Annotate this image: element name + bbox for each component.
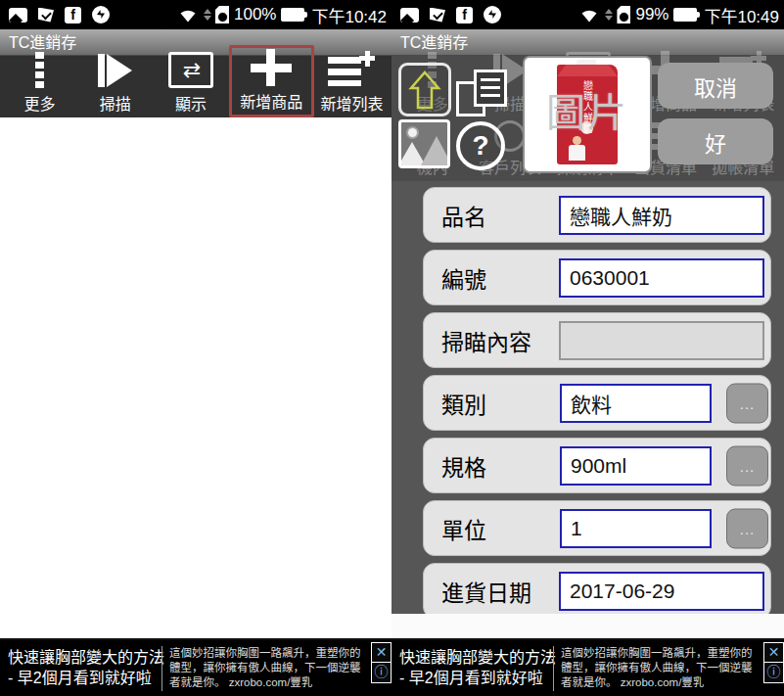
ad-info-icon[interactable]: ⓘ [371,663,392,683]
form-row-unit: 單位 ... [423,500,771,556]
question-mark-icon: ? [472,130,488,162]
ad-banner[interactable]: 快速讓胸部變大的方法 - 早2個月看到就好啦 這個妙招讓你胸圍一路飆升，重塑你的… [392,638,784,696]
plus-icon [251,49,292,86]
toolbar: 更多 掃描 ⇄ 顯示 新增商品 新增列表 [0,56,392,117]
ad-headline-line1: 快速讓胸部變大的方法 [8,648,160,669]
photos-check-icon [38,8,54,23]
data-arrows-icon [605,9,613,21]
carton-gable [557,65,618,76]
ad-divider [553,646,554,691]
form-row-category: 類別 ... [423,375,771,431]
messenger-icon [484,6,501,23]
upload-image-button[interactable] [398,63,451,116]
swap-arrows-icon: ⇄ [168,52,213,88]
battery-icon [281,8,304,22]
form-row-product-name: 品名 [423,187,771,243]
product-form: 品名 編號 掃瞄內容 類別 ... 規格 ... 單位 [392,181,784,614]
up-arrow-icon [408,70,441,110]
messenger-icon [92,6,110,23]
system-status: 99% 下午10:49 [578,3,784,27]
screenshot-icon [9,8,27,23]
system-status: 100% 下午10:42 [177,3,392,27]
screen-left: f 100% 下午10:42 TC進銷存 更多 掃描 [0,0,392,696]
product-name-input[interactable] [559,196,764,235]
photos-check-icon [430,8,445,23]
product-code-input[interactable] [559,258,764,298]
form-row-purchase-date: 進貨日期 [423,563,771,614]
form-bottom-gap [392,614,784,638]
toolbar-item-more[interactable]: 更多 [2,52,77,117]
copy-image-button[interactable] [456,70,509,116]
data-arrows-icon [204,9,211,21]
ad-headline-line1: 快速讓胸部變大的方法 [399,648,551,669]
dual-screenshot: f 100% 下午10:42 TC進銷存 更多 掃描 [0,0,784,696]
add-list-icon [328,51,375,88]
ad-controls: ✕ ⓘ [763,642,784,683]
wifi-icon [578,7,600,23]
unit-picker-button[interactable]: ... [726,508,768,548]
ad-headline: 快速讓胸部變大的方法 - 早2個月看到就好啦 [0,648,160,689]
toolbar-label: 新增列表 [320,91,383,115]
toolbar-item-scan[interactable]: 掃描 [77,52,153,117]
ad-close-icon[interactable]: ✕ [763,642,784,663]
ad-headline: 快速讓胸部變大的方法 - 早2個月看到就好啦 [392,648,551,689]
toolbar-label: 新增商品 [240,89,302,113]
screenshot-icon [400,8,419,23]
toolbar-label: 掃描 [100,91,131,115]
ad-info-icon[interactable]: ⓘ [763,663,784,683]
carton-model-body [569,145,585,161]
ad-divider [161,646,162,691]
category-picker-button[interactable]: ... [726,383,768,423]
ad-close-icon[interactable]: ✕ [371,642,392,663]
field-label: 類別 [441,387,486,420]
mountain-shape [420,136,450,167]
field-label: 掃瞄內容 [441,324,531,357]
form-row-product-code: 編號 [423,250,771,305]
battery-percent: 100% [234,5,276,24]
field-label: 單位 [441,512,486,545]
clock: 下午10:42 [311,3,387,27]
form-row-scan-content: 掃瞄內容 [423,312,771,368]
form-row-spec: 規格 ... [423,438,771,493]
scan-icon [98,52,132,88]
battery-percent: 99% [635,5,669,24]
toolbar-label: 更多 [24,91,56,115]
field-label: 品名 [441,199,486,232]
category-input[interactable] [560,384,712,423]
purchase-date-input[interactable] [559,572,764,611]
spec-picker-button[interactable]: ... [726,445,768,486]
ad-banner[interactable]: 快速讓胸部變大的方法 - 早2個月看到就好啦 這個妙招讓你胸圍一路飆升，重塑你的… [0,638,392,696]
ad-body: 這個妙招讓你胸圍一路飆升，重塑你的體型，讓你擁有傲人曲線，下一個逆襲者就是你。 … [561,646,784,691]
screen-right: f 99% 下午10:49 TC進銷存 更多 [392,0,784,696]
ok-button[interactable]: 好 [658,118,773,164]
unit-input[interactable] [560,509,712,548]
image-watermark: 圖片 [525,81,650,138]
gallery-icon-button[interactable] [398,119,450,168]
facebook-icon: f [65,7,81,23]
sdcard-icon [617,6,630,23]
status-bar: f 100% 下午10:42 [0,0,392,29]
help-button[interactable]: ? [456,121,505,170]
wifi-icon [177,7,199,23]
sdcard-icon [215,6,229,23]
sun-icon [408,128,417,137]
clock: 下午10:49 [704,3,779,27]
scan-content-input [559,321,764,360]
ad-body: 這個妙招讓你胸圍一路飆升，重塑你的體型，讓你擁有傲人曲線，下一個逆襲者就是你。 … [169,646,392,691]
notification-icons: f [392,6,501,23]
spec-input[interactable] [560,446,712,486]
status-bar: f 99% 下午10:49 [392,0,784,29]
facebook-icon: f [456,7,473,23]
field-label: 編號 [441,261,486,295]
copy-front-page [474,70,507,107]
toolbar-item-add-list[interactable]: 新增列表 [314,51,390,117]
battery-icon [673,8,697,22]
more-icon [35,52,44,88]
product-image-preview[interactable]: 戀職人鮮奶 圖片 [523,56,652,173]
ad-controls: ✕ ⓘ [371,642,392,683]
ad-headline-line2: - 早2個月看到就好啦 [8,669,160,689]
toolbar-label: 顯示 [175,91,207,115]
cancel-button[interactable]: 取消 [658,63,773,109]
toolbar-item-add-product[interactable]: 新增商品 [229,45,314,117]
toolbar-item-display[interactable]: ⇄ 顯示 [153,52,228,117]
